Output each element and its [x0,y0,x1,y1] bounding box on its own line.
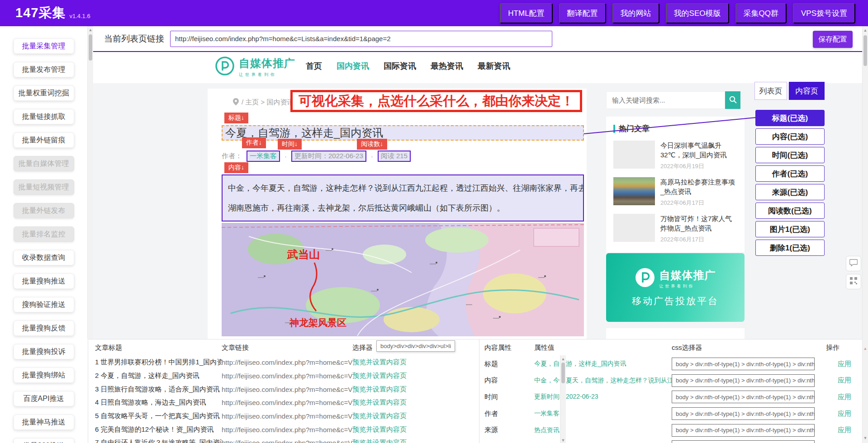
scrollbar-thumb[interactable] [561,363,565,383]
scrollbar-thumb[interactable] [89,34,92,61]
sidebar-item[interactable]: 批量外链发布 [14,203,74,218]
selected-time[interactable]: 更新时间：2022-06-23 [291,151,366,162]
list-row: 6 完美自驾游的12个秘诀！资_国内资讯 http://feijiseo.com… [95,423,465,436]
preview-setup-link[interactable]: 预览并设置内容页 [352,358,465,367]
apply-link[interactable]: 应用 [838,376,864,385]
sidebar-item[interactable]: 批量采集管理 [14,38,74,54]
css-selector-input[interactable]: body > div:nth-of-type(1) > div:nth-of-t… [672,391,815,403]
field-select-button[interactable]: 删除1(已选) [755,240,825,256]
site-nav-item[interactable]: 国际资讯 [384,61,416,71]
sidebar-item[interactable]: 批量搜狗反馈 [14,320,74,336]
scroll-down-icon[interactable]: ▼ [560,438,566,443]
list-table-scrollbar[interactable]: ▲▼ [560,355,566,443]
css-selector-input[interactable]: body > div:nth-of-type(1) > div:nth-of-t… [672,358,815,370]
top-menu-item[interactable]: 采集QQ群 [735,3,787,24]
sidebar-item[interactable]: 批量搜狗绑站 [14,368,74,383]
sidebar-item[interactable]: 批量360推送 [14,438,74,443]
apply-link[interactable]: 应用 [838,426,864,434]
field-select-button[interactable]: 来源(已选) [755,184,825,200]
css-selector-input[interactable]: body > div:nth-of-type(1) > div:nth-of-t… [672,407,815,420]
site-nav-item[interactable]: 首页 [306,61,322,71]
selected-views[interactable]: 阅读 215 [378,151,411,162]
sidebar-item[interactable]: 批量权重词挖掘 [14,85,74,101]
sidebar-scrollbar[interactable]: ▲ [87,26,93,339]
preview-setup-link[interactable]: 预览并设置内容页 [352,372,465,380]
top-menu-item[interactable]: 我的SEO模版 [666,3,729,24]
save-config-button[interactable]: 保存配置 [813,31,853,48]
selected-author[interactable]: 一米集客 [247,151,280,162]
field-select-button[interactable]: 作者(已选) [755,165,825,182]
list-row-link: http://feijiseo.com/index.php?m=home&c=V… [222,412,352,420]
location-pin-icon [233,98,239,107]
css-selector-input[interactable]: body > div:nth-of-type(1) > div:nth-of-t… [672,440,815,443]
preview-setup-link[interactable]: 预览并设置内容页 [352,398,465,407]
content-field-tag[interactable]: 内容↓ [224,162,248,173]
selected-article-content[interactable]: 中金，今年夏天，自驾游，这种走怎样？说到从江西九江起程，透过江西始兴、往湖南张家… [222,174,584,222]
css-selector-input[interactable]: body > div:nth-of-type(1) > div:nth-of-t… [672,424,815,437]
preview-setup-link[interactable]: 预览并设置内容页 [352,425,465,434]
hot-article-item[interactable]: 高原马拉松参赛注意事项_热点资讯 2022年06月17日 [613,177,738,207]
sidebar-item[interactable]: 批量自媒体管理 [14,156,74,171]
tab-list-page[interactable]: 列表页 [754,82,787,100]
site-nav-item[interactable]: 国内资讯 [337,61,369,71]
preview-setup-link[interactable]: 预览并设置内容页 [352,438,465,443]
hot-article-thumbnail [613,214,655,242]
sidebar-item[interactable]: 批量外链留痕 [14,132,74,148]
top-menu-item[interactable]: HTML配置 [500,3,552,24]
css-selector-input[interactable]: body > div:nth-of-type(1) > div:nth-of-t… [672,374,815,387]
site-logo[interactable]: 自媒体推广 让世界看到你 [215,56,295,78]
scrollbar-thumb[interactable] [863,35,867,66]
sidebar-item[interactable]: 批量链接抓取 [14,109,74,124]
search-input[interactable] [606,91,725,109]
list-url-input[interactable] [170,31,552,47]
list-row-title: 1 世界男排联赛积分榜！中国男排1_国内资讯 [95,358,222,367]
site-nav-item[interactable]: 最热资讯 [431,61,463,71]
qr-float-button[interactable] [846,274,861,289]
views-field-tag[interactable]: 阅读数↓ [357,139,387,150]
title-field-tag[interactable]: 标题↓ [224,113,248,123]
apply-link[interactable]: 应用 [838,393,864,401]
sidebar-item[interactable]: 批量短视频管理 [14,179,74,195]
sidebar-item[interactable]: 搜狗验证推送 [14,297,74,312]
scroll-up-icon[interactable]: ▲ [560,356,566,362]
page-scrollbar[interactable]: ▲ ▲ ▼ [862,26,868,443]
sidebar-item[interactable]: 收录数据查询 [14,250,74,265]
field-select-button[interactable]: 图片1(已选) [755,221,825,237]
top-menu-item[interactable]: 我的网站 [612,3,659,24]
scroll-down-icon[interactable]: ▼ [863,435,868,441]
time-field-tag[interactable]: 时间↓ [278,139,302,150]
breadcrumb[interactable]: / 主页 > 国内资讯 [233,98,294,107]
sidebar-item[interactable]: 百度API推送 [14,391,74,406]
sidebar-item[interactable]: 批量搜狗推送 [14,273,74,289]
chat-float-button[interactable] [846,256,861,271]
top-menu-item[interactable]: VPS拨号设置 [793,3,855,24]
site-nav-item[interactable]: 最新资讯 [478,61,510,71]
site-name: 自媒体推广 [239,56,295,71]
preview-setup-link[interactable]: 预览并设置内容页 [352,412,465,420]
hot-article-item[interactable]: 万物皆可炸！这7家人气炸物店_热点资讯 2022年06月17日 [613,214,738,244]
author-field-tag[interactable]: 作者↓ [242,137,266,148]
search-button[interactable] [725,91,740,109]
field-select-button[interactable]: 阅读数(已选) [755,203,825,219]
sidebar-item[interactable]: 批量发布管理 [14,62,74,77]
hot-article-item[interactable]: 今日深圳事气温飙升32℃，深圳_国内资讯 2022年06月19日 [613,141,738,170]
sidebar-item[interactable]: 批量神马推送 [14,415,74,430]
accent-bar [613,125,615,133]
sidebar-item[interactable]: 批量排名监控 [14,226,74,242]
selected-article-title[interactable]: 今夏，自驾游，这样走_国内资讯 [222,125,584,141]
field-select-button[interactable]: 标题(已选) [755,110,825,126]
ad-banner[interactable]: 自媒体推广 让世界看到你 移动广告投放平台 [606,253,745,322]
top-menu-item[interactable]: 翻译配置 [559,3,606,24]
scroll-up-icon[interactable]: ▲ [863,346,868,351]
article-map-image: 武当山 神龙架风景区 [222,223,584,336]
field-select-button[interactable]: 时间(已选) [755,147,825,163]
apply-link[interactable]: 应用 [838,410,864,418]
hot-articles-card: 热门文章 今日深圳事气温飙升32℃，深圳_国内资讯 2022年06月19日 高原… [606,117,745,252]
field-select-button[interactable]: 内容(已选) [755,128,825,145]
preview-setup-link[interactable]: 预览并设置内容页 [352,385,465,394]
apply-link[interactable]: 应用 [838,360,864,368]
sidebar-item[interactable]: 批量搜狗投诉 [14,344,74,359]
tab-content-page[interactable]: 内容页 [789,82,825,100]
scroll-up-icon[interactable]: ▲ [88,27,93,33]
scroll-up-icon[interactable]: ▲ [863,28,868,33]
